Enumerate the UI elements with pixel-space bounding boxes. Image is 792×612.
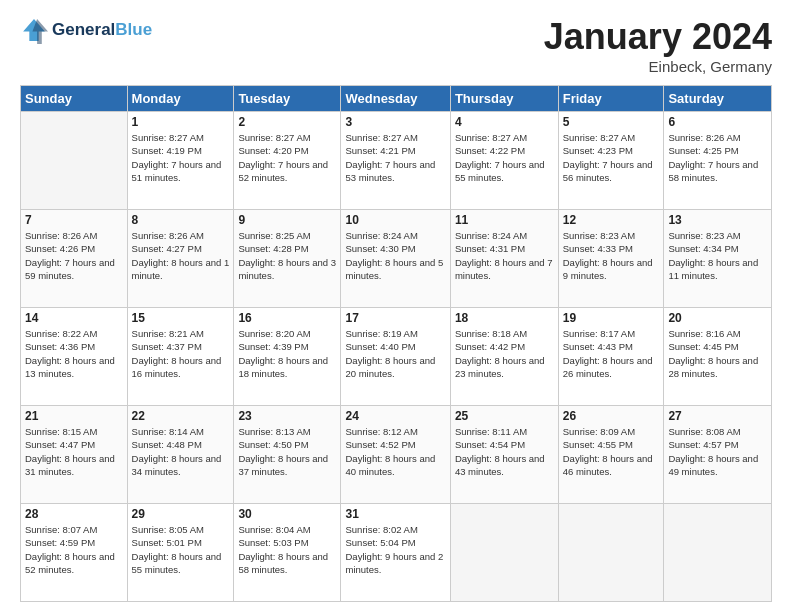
cell-info-4: Sunrise: 8:27 AM Sunset: 4:22 PM Dayligh…	[455, 131, 554, 184]
day-number-15: 15	[132, 311, 230, 325]
header-tuesday: Tuesday	[234, 86, 341, 112]
day-number-6: 6	[668, 115, 767, 129]
day-number-23: 23	[238, 409, 336, 423]
cell-0-3: 3Sunrise: 8:27 AM Sunset: 4:21 PM Daylig…	[341, 112, 450, 210]
cell-0-4: 4Sunrise: 8:27 AM Sunset: 4:22 PM Daylig…	[450, 112, 558, 210]
location: Einbeck, Germany	[544, 58, 772, 75]
day-number-27: 27	[668, 409, 767, 423]
logo-icon	[20, 16, 48, 44]
cell-2-1: 15Sunrise: 8:21 AM Sunset: 4:37 PM Dayli…	[127, 308, 234, 406]
header-monday: Monday	[127, 86, 234, 112]
cell-4-2: 30Sunrise: 8:04 AM Sunset: 5:03 PM Dayli…	[234, 504, 341, 602]
cell-3-6: 27Sunrise: 8:08 AM Sunset: 4:57 PM Dayli…	[664, 406, 772, 504]
cell-0-6: 6Sunrise: 8:26 AM Sunset: 4:25 PM Daylig…	[664, 112, 772, 210]
day-number-9: 9	[238, 213, 336, 227]
day-number-5: 5	[563, 115, 660, 129]
day-number-24: 24	[345, 409, 445, 423]
logo-blue: Blue	[115, 20, 152, 39]
day-number-13: 13	[668, 213, 767, 227]
cell-1-5: 12Sunrise: 8:23 AM Sunset: 4:33 PM Dayli…	[558, 210, 664, 308]
cell-info-31: Sunrise: 8:02 AM Sunset: 5:04 PM Dayligh…	[345, 523, 445, 576]
cell-0-0	[21, 112, 128, 210]
cell-1-3: 10Sunrise: 8:24 AM Sunset: 4:30 PM Dayli…	[341, 210, 450, 308]
day-number-2: 2	[238, 115, 336, 129]
day-number-12: 12	[563, 213, 660, 227]
day-number-29: 29	[132, 507, 230, 521]
week-row-4: 28Sunrise: 8:07 AM Sunset: 4:59 PM Dayli…	[21, 504, 772, 602]
day-number-25: 25	[455, 409, 554, 423]
cell-3-3: 24Sunrise: 8:12 AM Sunset: 4:52 PM Dayli…	[341, 406, 450, 504]
cell-2-2: 16Sunrise: 8:20 AM Sunset: 4:39 PM Dayli…	[234, 308, 341, 406]
cell-info-27: Sunrise: 8:08 AM Sunset: 4:57 PM Dayligh…	[668, 425, 767, 478]
cell-info-28: Sunrise: 8:07 AM Sunset: 4:59 PM Dayligh…	[25, 523, 123, 576]
cell-1-1: 8Sunrise: 8:26 AM Sunset: 4:27 PM Daylig…	[127, 210, 234, 308]
cell-1-2: 9Sunrise: 8:25 AM Sunset: 4:28 PM Daylig…	[234, 210, 341, 308]
day-number-11: 11	[455, 213, 554, 227]
day-number-20: 20	[668, 311, 767, 325]
header: GeneralBlue January 2024 Einbeck, German…	[20, 16, 772, 75]
cell-1-6: 13Sunrise: 8:23 AM Sunset: 4:34 PM Dayli…	[664, 210, 772, 308]
cell-2-0: 14Sunrise: 8:22 AM Sunset: 4:36 PM Dayli…	[21, 308, 128, 406]
header-friday: Friday	[558, 86, 664, 112]
cell-3-5: 26Sunrise: 8:09 AM Sunset: 4:55 PM Dayli…	[558, 406, 664, 504]
logo: GeneralBlue	[20, 16, 152, 44]
cell-2-6: 20Sunrise: 8:16 AM Sunset: 4:45 PM Dayli…	[664, 308, 772, 406]
cell-0-1: 1Sunrise: 8:27 AM Sunset: 4:19 PM Daylig…	[127, 112, 234, 210]
day-number-1: 1	[132, 115, 230, 129]
cell-info-17: Sunrise: 8:19 AM Sunset: 4:40 PM Dayligh…	[345, 327, 445, 380]
day-number-7: 7	[25, 213, 123, 227]
cell-4-4	[450, 504, 558, 602]
day-number-8: 8	[132, 213, 230, 227]
cell-3-0: 21Sunrise: 8:15 AM Sunset: 4:47 PM Dayli…	[21, 406, 128, 504]
cell-info-13: Sunrise: 8:23 AM Sunset: 4:34 PM Dayligh…	[668, 229, 767, 282]
header-sunday: Sunday	[21, 86, 128, 112]
cell-0-5: 5Sunrise: 8:27 AM Sunset: 4:23 PM Daylig…	[558, 112, 664, 210]
day-number-18: 18	[455, 311, 554, 325]
cell-info-7: Sunrise: 8:26 AM Sunset: 4:26 PM Dayligh…	[25, 229, 123, 282]
weekday-header-row: Sunday Monday Tuesday Wednesday Thursday…	[21, 86, 772, 112]
cell-info-24: Sunrise: 8:12 AM Sunset: 4:52 PM Dayligh…	[345, 425, 445, 478]
day-number-16: 16	[238, 311, 336, 325]
cell-info-14: Sunrise: 8:22 AM Sunset: 4:36 PM Dayligh…	[25, 327, 123, 380]
cell-info-19: Sunrise: 8:17 AM Sunset: 4:43 PM Dayligh…	[563, 327, 660, 380]
cell-info-6: Sunrise: 8:26 AM Sunset: 4:25 PM Dayligh…	[668, 131, 767, 184]
week-row-0: 1Sunrise: 8:27 AM Sunset: 4:19 PM Daylig…	[21, 112, 772, 210]
cell-2-3: 17Sunrise: 8:19 AM Sunset: 4:40 PM Dayli…	[341, 308, 450, 406]
day-number-19: 19	[563, 311, 660, 325]
cell-4-6	[664, 504, 772, 602]
day-number-28: 28	[25, 507, 123, 521]
cell-info-2: Sunrise: 8:27 AM Sunset: 4:20 PM Dayligh…	[238, 131, 336, 184]
day-number-30: 30	[238, 507, 336, 521]
cell-info-10: Sunrise: 8:24 AM Sunset: 4:30 PM Dayligh…	[345, 229, 445, 282]
cell-info-22: Sunrise: 8:14 AM Sunset: 4:48 PM Dayligh…	[132, 425, 230, 478]
cell-1-4: 11Sunrise: 8:24 AM Sunset: 4:31 PM Dayli…	[450, 210, 558, 308]
cell-info-11: Sunrise: 8:24 AM Sunset: 4:31 PM Dayligh…	[455, 229, 554, 282]
day-number-21: 21	[25, 409, 123, 423]
day-number-31: 31	[345, 507, 445, 521]
day-number-26: 26	[563, 409, 660, 423]
cell-info-20: Sunrise: 8:16 AM Sunset: 4:45 PM Dayligh…	[668, 327, 767, 380]
cell-info-1: Sunrise: 8:27 AM Sunset: 4:19 PM Dayligh…	[132, 131, 230, 184]
header-saturday: Saturday	[664, 86, 772, 112]
logo-general: General	[52, 20, 115, 39]
week-row-2: 14Sunrise: 8:22 AM Sunset: 4:36 PM Dayli…	[21, 308, 772, 406]
cell-2-4: 18Sunrise: 8:18 AM Sunset: 4:42 PM Dayli…	[450, 308, 558, 406]
month-title: January 2024	[544, 16, 772, 58]
calendar-table: Sunday Monday Tuesday Wednesday Thursday…	[20, 85, 772, 602]
cell-info-9: Sunrise: 8:25 AM Sunset: 4:28 PM Dayligh…	[238, 229, 336, 282]
cell-info-16: Sunrise: 8:20 AM Sunset: 4:39 PM Dayligh…	[238, 327, 336, 380]
cell-info-30: Sunrise: 8:04 AM Sunset: 5:03 PM Dayligh…	[238, 523, 336, 576]
cell-3-4: 25Sunrise: 8:11 AM Sunset: 4:54 PM Dayli…	[450, 406, 558, 504]
cell-3-2: 23Sunrise: 8:13 AM Sunset: 4:50 PM Dayli…	[234, 406, 341, 504]
day-number-14: 14	[25, 311, 123, 325]
cell-4-5	[558, 504, 664, 602]
cell-info-21: Sunrise: 8:15 AM Sunset: 4:47 PM Dayligh…	[25, 425, 123, 478]
cell-info-15: Sunrise: 8:21 AM Sunset: 4:37 PM Dayligh…	[132, 327, 230, 380]
day-number-17: 17	[345, 311, 445, 325]
cell-info-25: Sunrise: 8:11 AM Sunset: 4:54 PM Dayligh…	[455, 425, 554, 478]
cell-info-8: Sunrise: 8:26 AM Sunset: 4:27 PM Dayligh…	[132, 229, 230, 282]
cell-3-1: 22Sunrise: 8:14 AM Sunset: 4:48 PM Dayli…	[127, 406, 234, 504]
cell-info-23: Sunrise: 8:13 AM Sunset: 4:50 PM Dayligh…	[238, 425, 336, 478]
title-block: January 2024 Einbeck, Germany	[544, 16, 772, 75]
cell-info-3: Sunrise: 8:27 AM Sunset: 4:21 PM Dayligh…	[345, 131, 445, 184]
